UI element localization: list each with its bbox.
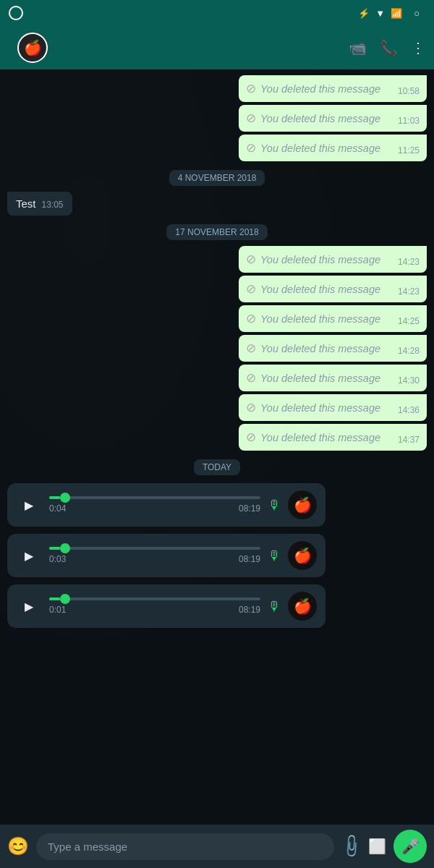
- voice-time: 08:19: [239, 605, 260, 615]
- input-bar: 😊 📎 ⬜ 🎤: [0, 825, 434, 868]
- voice-avatar: 🍎: [288, 541, 317, 570]
- message-time: 13:05: [42, 200, 64, 210]
- deleted-text: You deleted this message: [260, 113, 391, 124]
- signal-bars: 📶: [391, 8, 402, 19]
- voice-content: 0:01 08:19: [49, 597, 260, 615]
- waveform-track: [49, 547, 260, 550]
- notification-badge: [9, 6, 23, 20]
- date-badge: 4 NOVEMBER 2018: [169, 170, 265, 186]
- waveform-dot: [60, 594, 70, 604]
- mic-icon: 🎙: [268, 498, 281, 513]
- emoji-button[interactable]: 😊: [7, 836, 29, 856]
- message-deleted: ⊘ You deleted this message 14:23: [239, 246, 427, 273]
- camera-button[interactable]: ⬜: [368, 838, 386, 855]
- message-voice: ▶ 0:01 08:19 🎙 🍎: [7, 584, 326, 628]
- voice-duration: 0:04: [49, 503, 66, 514]
- attach-button[interactable]: 📎: [338, 833, 365, 859]
- message-deleted: ⊘ You deleted this message 14:28: [239, 335, 427, 362]
- deleted-text: You deleted this message: [260, 284, 391, 295]
- ban-icon: ⊘: [246, 370, 256, 386]
- status-left: [9, 6, 23, 20]
- voice-duration: 0:03: [49, 554, 66, 564]
- header-actions: 📹 📞 ⋮: [349, 39, 425, 56]
- voice-call-button[interactable]: 📞: [380, 39, 398, 56]
- chat-area: ⊘ You deleted this message 10:58 ⊘ You d…: [0, 69, 434, 825]
- voice-avatar: 🍎: [288, 490, 317, 519]
- message-time: 14:36: [398, 405, 420, 415]
- waveform-progress: [49, 597, 60, 600]
- signal-icon: ▼: [375, 8, 385, 19]
- message-input[interactable]: [36, 833, 334, 860]
- waveform-dot: [60, 493, 70, 503]
- waveform-track: [49, 597, 260, 600]
- message-text: Test: [16, 197, 36, 210]
- message-time: 11:03: [398, 116, 420, 126]
- voice-meta: 0:03 08:19: [49, 554, 260, 564]
- message-deleted: ⊘ You deleted this message 14:36: [239, 394, 427, 421]
- ring-icon: ○: [414, 8, 420, 19]
- message-time: 14:23: [398, 286, 420, 297]
- waveform-track: [49, 496, 260, 499]
- message-voice: ▶ 0:04 08:19 🎙 🍎: [7, 483, 326, 527]
- mic-icon: 🎙: [268, 599, 281, 614]
- deleted-text: You deleted this message: [260, 83, 391, 95]
- ban-icon: ⊘: [246, 111, 256, 126]
- chat-header: 🍎 📹 📞 ⋮: [0, 26, 434, 69]
- message-deleted: ⊘ You deleted this message 14:23: [239, 276, 427, 302]
- ban-icon: ⊘: [246, 341, 256, 356]
- ban-icon: ⊘: [246, 311, 256, 326]
- deleted-text: You deleted this message: [260, 373, 391, 384]
- ban-icon: ⊘: [246, 400, 256, 415]
- message-time: 14:37: [398, 435, 420, 445]
- message-time: 14:28: [398, 346, 420, 356]
- message-deleted: ⊘ You deleted this message 14:37: [239, 424, 427, 451]
- message-sent: Test 13:05: [7, 192, 72, 216]
- message-time: 10:58: [398, 86, 420, 96]
- contact-avatar: 🍎: [17, 33, 48, 63]
- voice-meta: 0:04 08:19: [49, 503, 260, 514]
- message-voice: ▶ 0:03 08:19 🎙 🍎: [7, 534, 326, 577]
- play-button[interactable]: ▶: [16, 593, 42, 619]
- ban-icon: ⊘: [246, 430, 256, 445]
- waveform-progress: [49, 496, 60, 499]
- message-deleted: ⊘ You deleted this message 10:58: [239, 75, 427, 102]
- voice-time: 08:19: [239, 503, 260, 514]
- ban-icon: ⊘: [246, 140, 256, 156]
- mic-send-icon: 🎤: [401, 838, 420, 855]
- voice-meta: 0:01 08:19: [49, 605, 260, 615]
- message-time: 14:30: [398, 375, 420, 386]
- message-time: 11:25: [398, 145, 420, 156]
- deleted-text: You deleted this message: [260, 432, 391, 443]
- ban-icon: ⊘: [246, 81, 256, 96]
- date-badge: TODAY: [194, 459, 240, 475]
- play-button[interactable]: ▶: [16, 492, 42, 518]
- menu-button[interactable]: ⋮: [411, 39, 425, 56]
- message-deleted: ⊘ You deleted this message 11:03: [239, 105, 427, 132]
- date-badge: 17 NOVEMBER 2018: [166, 224, 267, 240]
- play-button[interactable]: ▶: [16, 542, 42, 569]
- voice-avatar: 🍎: [288, 592, 317, 621]
- deleted-text: You deleted this message: [260, 402, 391, 414]
- mic-icon: 🎙: [268, 548, 281, 563]
- voice-content: 0:04 08:19: [49, 496, 260, 514]
- ban-icon: ⊘: [246, 281, 256, 297]
- avatar-icon: 🍎: [24, 39, 42, 56]
- deleted-text: You deleted this message: [260, 254, 391, 265]
- video-call-button[interactable]: 📹: [349, 39, 367, 56]
- waveform-progress: [49, 547, 60, 550]
- voice-duration: 0:01: [49, 605, 66, 615]
- status-bar: ⚡ ▼ 📶 ○: [0, 0, 434, 26]
- status-right: ⚡ ▼ 📶 ○: [358, 8, 425, 19]
- bluetooth-icon: ⚡: [358, 8, 370, 19]
- message-deleted: ⊘ You deleted this message 14:30: [239, 365, 427, 391]
- message-deleted: ⊘ You deleted this message 11:25: [239, 135, 427, 161]
- voice-mic-button[interactable]: 🎤: [393, 830, 427, 863]
- message-time: 14:25: [398, 316, 420, 326]
- deleted-text: You deleted this message: [260, 142, 391, 154]
- message-deleted: ⊘ You deleted this message 14:25: [239, 305, 427, 332]
- ban-icon: ⊘: [246, 252, 256, 267]
- voice-time: 08:19: [239, 554, 260, 564]
- deleted-text: You deleted this message: [260, 313, 391, 325]
- deleted-text: You deleted this message: [260, 343, 391, 354]
- message-time: 14:23: [398, 257, 420, 267]
